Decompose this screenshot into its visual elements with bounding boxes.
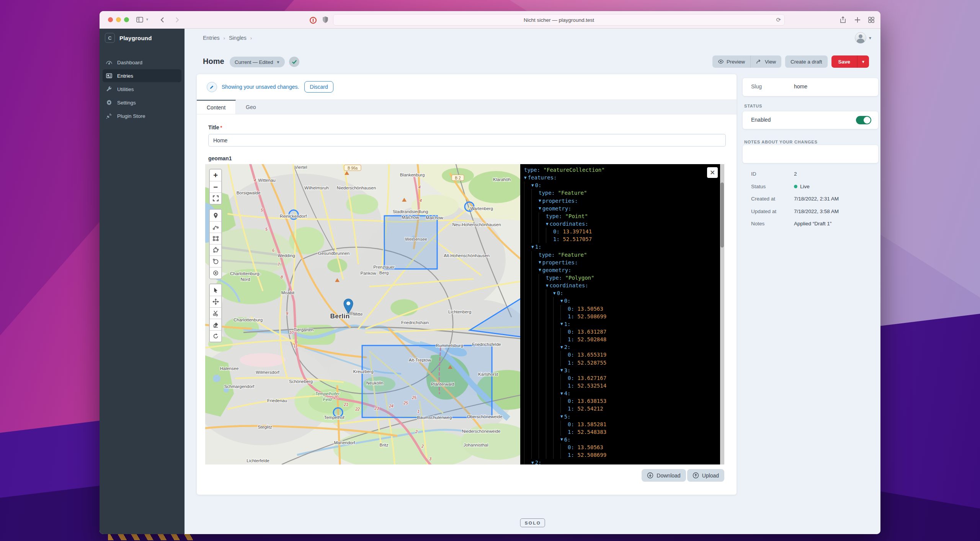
json-tree-line[interactable]: ▼0: [524, 297, 724, 305]
json-tree-line[interactable]: 0: 13.397141 [524, 228, 724, 235]
address-bar[interactable]: Nicht sicher — playground.test ⟳ [333, 14, 785, 26]
json-tree-line[interactable]: 0: 13.638153 [524, 397, 724, 405]
json-tree-line[interactable]: 1: 52.517057 [524, 235, 724, 243]
share-icon[interactable] [839, 16, 847, 24]
json-tree-line[interactable]: 0: 13.585281 [524, 420, 724, 428]
json-tree-line[interactable]: ▼1: [524, 243, 724, 251]
tree-expand-icon[interactable]: ▼ [560, 298, 563, 303]
json-tree-line[interactable]: 0: 13.631287 [524, 328, 724, 336]
tree-expand-icon[interactable]: ▼ [546, 222, 549, 227]
json-tree-line[interactable]: ▼properties: [524, 259, 724, 266]
map-field[interactable]: ViertelWittenauBorsigwaldeWilhelmsruhNie… [205, 164, 724, 464]
json-tree-line[interactable]: ▼6: [524, 436, 724, 443]
json-tree-line[interactable]: type: "Point" [524, 212, 724, 220]
reload-icon[interactable]: ⟳ [776, 16, 781, 23]
circle-marker-icon[interactable] [210, 267, 221, 279]
tab-overview-icon[interactable] [867, 16, 875, 24]
tree-expand-icon[interactable]: ▼ [539, 260, 541, 265]
json-tree-line[interactable]: ▼1: [524, 320, 724, 328]
breadcrumb-item[interactable]: Singles [229, 35, 247, 41]
back-icon[interactable] [159, 16, 167, 24]
json-scrollbar-thumb[interactable] [720, 183, 724, 248]
discard-button[interactable]: Discard [304, 81, 333, 93]
json-tree-line[interactable]: 0: 13.627167 [524, 374, 724, 382]
revision-select[interactable]: Current — Edited▼ [230, 57, 285, 67]
close-window-button[interactable] [108, 17, 113, 22]
content-blocker-icon[interactable] [309, 16, 317, 24]
create-draft-button[interactable]: Create a draft [785, 55, 828, 68]
forward-icon[interactable] [173, 16, 181, 24]
json-tree-line[interactable]: ▼3: [524, 367, 724, 374]
enabled-toggle[interactable] [856, 116, 871, 124]
json-scrollbar[interactable] [720, 164, 724, 464]
new-tab-icon[interactable] [854, 16, 861, 24]
tree-expand-icon[interactable]: ▼ [531, 244, 534, 249]
tree-expand-icon[interactable]: ▼ [539, 198, 541, 203]
sidebar-item-dashboard[interactable]: Dashboard [103, 56, 181, 69]
json-tree-line[interactable]: ▼features: [524, 174, 724, 181]
zoom-out-icon[interactable]: − [210, 181, 221, 192]
json-tree-line[interactable]: ▼4: [524, 389, 724, 397]
json-tree-line[interactable]: 1: 52.528755 [524, 359, 724, 367]
tab-geo[interactable]: Geo [236, 100, 266, 114]
tree-expand-icon[interactable]: ▼ [531, 460, 534, 464]
sidebar-item-plugin-store[interactable]: Plugin Store [103, 109, 181, 122]
slug-value[interactable]: home [794, 83, 807, 90]
save-menu-button[interactable]: ▼ [857, 55, 869, 68]
tree-expand-icon[interactable]: ▼ [560, 368, 563, 373]
sidebar-toggle-icon[interactable] [136, 16, 144, 24]
save-button[interactable]: Save [831, 55, 858, 68]
tree-expand-icon[interactable]: ▼ [553, 291, 556, 296]
tree-expand-icon[interactable]: ▼ [560, 391, 563, 396]
json-tree-line[interactable]: 1: 52.508699 [524, 313, 724, 320]
cut-icon[interactable] [210, 307, 221, 319]
marker-icon[interactable] [210, 210, 221, 221]
json-tree-line[interactable]: ▼geometry: [524, 205, 724, 212]
json-tree-line[interactable]: 0: 13.50563 [524, 305, 724, 313]
zoom-in-icon[interactable]: + [210, 169, 221, 181]
shield-icon[interactable] [322, 16, 329, 24]
tree-expand-icon[interactable]: ▼ [560, 414, 563, 419]
json-tree-line[interactable]: ▼coordinates: [524, 220, 724, 228]
tree-expand-icon[interactable]: ▼ [546, 283, 549, 288]
notes-textarea[interactable] [743, 145, 878, 163]
tree-expand-icon[interactable]: ▼ [560, 437, 563, 442]
json-tree-line[interactable]: 1: 52.502848 [524, 336, 724, 343]
tree-expand-icon[interactable]: ▼ [560, 345, 563, 350]
tree-expand-icon[interactable]: ▼ [539, 267, 541, 272]
upload-button[interactable]: Upload [687, 469, 724, 482]
json-tree-line[interactable]: ▼2: [524, 343, 724, 351]
chevron-down-icon[interactable]: ▼ [145, 18, 153, 25]
json-tree-line[interactable]: ▼0: [524, 289, 724, 297]
edit-vertices-icon[interactable] [210, 284, 221, 296]
sidebar-item-entries[interactable]: Entries [103, 69, 181, 82]
sidebar-item-settings[interactable]: Settings [103, 96, 181, 109]
slug-box[interactable] [743, 78, 878, 96]
view-button[interactable]: View [750, 55, 781, 68]
json-tree-line[interactable]: 0: 13.50563 [524, 443, 724, 451]
json-tree-line[interactable]: ▼geometry: [524, 266, 724, 274]
json-tree-line[interactable]: ▼5: [524, 413, 724, 420]
rotate-icon[interactable] [210, 330, 221, 342]
sidebar-item-utilities[interactable]: Utilities [103, 83, 181, 96]
download-button[interactable]: Download [642, 469, 686, 482]
tab-content[interactable]: Content [197, 100, 236, 114]
tree-expand-icon[interactable]: ▼ [539, 206, 541, 211]
tree-expand-icon[interactable]: ▼ [560, 321, 563, 326]
browser-titlebar[interactable]: ▼ Nicht sicher — playground.test ⟳ [100, 11, 880, 29]
json-tree-line[interactable]: ▼2: [524, 459, 724, 464]
rectangle-icon[interactable] [210, 233, 221, 244]
preview-button[interactable]: Preview [712, 55, 750, 68]
zoom-window-button[interactable] [124, 17, 129, 22]
erase-icon[interactable] [210, 319, 221, 330]
tree-expand-icon[interactable]: ▼ [531, 183, 534, 188]
json-tree-line[interactable]: 1: 52.508699 [524, 451, 724, 459]
polyline-icon[interactable] [210, 221, 221, 233]
json-tree-line[interactable]: 0: 13.655319 [524, 351, 724, 358]
json-tree-line[interactable]: 1: 52.548383 [524, 428, 724, 436]
json-tree-line[interactable]: type: "Feature" [524, 189, 724, 197]
circle-icon[interactable] [210, 256, 221, 267]
geojson-rectangle[interactable] [384, 216, 437, 269]
close-icon[interactable]: ✕ [707, 167, 718, 178]
avatar[interactable] [855, 32, 866, 44]
